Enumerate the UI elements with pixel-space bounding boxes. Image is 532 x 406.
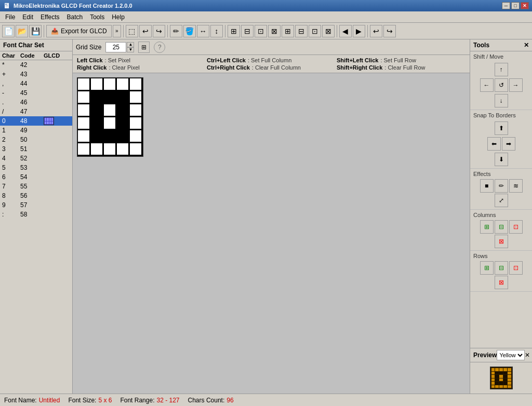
row-del-bottom-btn[interactable]: ⊠	[495, 276, 508, 289]
export-button[interactable]: 📤 Export for GLCD	[46, 25, 112, 37]
toolbar-btn-r3[interactable]: ⊡	[255, 25, 267, 37]
char-row[interactable]: ,44	[0, 79, 72, 88]
pixel-cell[interactable]	[104, 78, 115, 90]
toolbar-btn-re2[interactable]: ↪	[383, 25, 396, 37]
effect-flip-v-btn[interactable]: ⤢	[495, 194, 508, 207]
toolbar-new-btn[interactable]: 📄	[2, 25, 15, 37]
snap-top-btn[interactable]: ⬆	[495, 121, 508, 135]
char-row[interactable]: 351	[0, 144, 72, 154]
char-row[interactable]: 048	[0, 116, 72, 126]
pixel-cell[interactable]	[78, 130, 89, 142]
snap-right-btn[interactable]: ➡	[502, 137, 515, 151]
menu-tools[interactable]: Tools	[87, 12, 108, 22]
toolbar-btn-nav1[interactable]: ◀	[339, 25, 352, 37]
menu-edit[interactable]: Edit	[19, 12, 36, 22]
minimize-button[interactable]: ─	[502, 2, 510, 9]
shift-center-btn[interactable]: ↺	[495, 78, 508, 92]
toolbar-btn-r6[interactable]: ⊟	[295, 25, 308, 37]
preview-close-btn[interactable]: ✕	[525, 351, 530, 359]
pixel-cell[interactable]	[91, 143, 102, 155]
toolbar-btn-nav2[interactable]: ▶	[353, 25, 365, 37]
pixel-cell[interactable]	[130, 130, 141, 142]
toolbar-btn-r1[interactable]: ⊞	[228, 25, 240, 37]
pixel-cell[interactable]	[91, 78, 102, 90]
char-row[interactable]: 856	[0, 191, 72, 200]
help-btn[interactable]: ?	[154, 42, 165, 53]
pixel-cell[interactable]	[104, 91, 115, 103]
toolbar-btn-r5[interactable]: ⊞	[282, 25, 294, 37]
col-add-left-btn[interactable]: ⊞	[480, 220, 494, 234]
pixel-grid[interactable]	[77, 77, 143, 157]
char-row[interactable]: 553	[0, 163, 72, 172]
char-row[interactable]: 654	[0, 172, 72, 182]
pixel-cell[interactable]	[91, 130, 102, 142]
char-row[interactable]: /47	[0, 107, 72, 116]
pixel-cell[interactable]	[130, 143, 141, 155]
pixel-cell[interactable]	[78, 104, 89, 116]
toolbar-expand-btn[interactable]: »	[113, 25, 121, 37]
toolbar-btn-mirror-h[interactable]: ↔	[197, 25, 209, 37]
row-add-bottom-btn[interactable]: ⊟	[495, 261, 508, 275]
row-del-top-btn[interactable]: ⊡	[509, 261, 523, 275]
char-row[interactable]: .46	[0, 98, 72, 107]
toolbar-btn-select[interactable]: ⬚	[126, 25, 138, 37]
toolbar-open-btn[interactable]: 📂	[16, 25, 28, 37]
shift-down-btn[interactable]: ↓	[495, 94, 508, 107]
pixel-cell[interactable]	[104, 117, 115, 129]
toolbar-btn-redo[interactable]: ↪	[153, 25, 165, 37]
pixel-cell[interactable]	[78, 143, 89, 155]
shift-left-btn[interactable]: ←	[480, 78, 494, 92]
toolbar-btn-mirror-v[interactable]: ↕	[210, 25, 223, 37]
maximize-button[interactable]: □	[511, 2, 520, 9]
char-row[interactable]: *42	[0, 60, 72, 70]
preview-color-select[interactable]: Yellow Green Blue	[497, 350, 525, 360]
pixel-cell[interactable]	[117, 104, 128, 116]
char-row[interactable]: 755	[0, 182, 72, 191]
spin-down-btn[interactable]: ▼	[127, 47, 134, 52]
char-list[interactable]: *42+43,44-45.46/470481492503514525536547…	[0, 60, 72, 394]
canvas-area[interactable]	[73, 73, 470, 394]
effect-flip-h-btn[interactable]: ≋	[509, 179, 523, 193]
char-row[interactable]: 957	[0, 200, 72, 210]
char-row[interactable]: :58	[0, 210, 72, 219]
pixel-cell[interactable]	[91, 91, 102, 103]
pixel-cell[interactable]	[104, 104, 115, 116]
menu-file[interactable]: File	[2, 12, 18, 22]
char-row[interactable]: -45	[0, 88, 72, 98]
char-row[interactable]: +43	[0, 70, 72, 79]
pixel-cell[interactable]	[117, 117, 128, 129]
pixel-cell[interactable]	[78, 78, 89, 90]
menu-help[interactable]: Help	[109, 12, 128, 22]
shift-up-btn[interactable]: ↑	[495, 63, 508, 76]
col-add-right-btn[interactable]: ⊟	[495, 220, 508, 234]
pixel-cell[interactable]	[117, 143, 128, 155]
spin-up-btn[interactable]: ▲	[127, 42, 134, 47]
toolbar-btn-r2[interactable]: ⊟	[241, 25, 254, 37]
pixel-cell[interactable]	[91, 117, 102, 129]
effect-invert-btn[interactable]: ■	[480, 179, 494, 193]
toolbar-save-btn[interactable]: 💾	[29, 25, 42, 37]
pixel-cell[interactable]	[130, 104, 141, 116]
toolbar-btn-r4[interactable]: ⊠	[268, 25, 281, 37]
pixel-cell[interactable]	[117, 130, 128, 142]
row-add-top-btn[interactable]: ⊞	[480, 261, 494, 275]
show-grid-btn[interactable]: ⊞	[138, 42, 150, 53]
effect-edit-btn[interactable]: ✏	[495, 179, 508, 193]
pixel-cell[interactable]	[130, 91, 141, 103]
col-del-right-btn[interactable]: ⊠	[495, 235, 508, 248]
snap-left-btn[interactable]: ⬅	[487, 137, 501, 151]
menu-batch[interactable]: Batch	[64, 12, 86, 22]
pixel-cell[interactable]	[117, 91, 128, 103]
pixel-cell[interactable]	[91, 104, 102, 116]
toolbar-btn-un2[interactable]: ↩	[370, 25, 382, 37]
char-row[interactable]: 452	[0, 154, 72, 163]
shift-right-btn[interactable]: →	[509, 78, 523, 92]
pixel-cell[interactable]	[78, 91, 89, 103]
menu-effects[interactable]: Effects	[37, 12, 62, 22]
grid-size-input[interactable]	[105, 42, 126, 52]
snap-bottom-btn[interactable]: ⬇	[495, 153, 508, 166]
pixel-cell[interactable]	[104, 143, 115, 155]
pixel-cell[interactable]	[78, 117, 89, 129]
toolbar-btn-bucket[interactable]: 🪣	[183, 25, 196, 37]
char-row[interactable]: 149	[0, 126, 72, 135]
